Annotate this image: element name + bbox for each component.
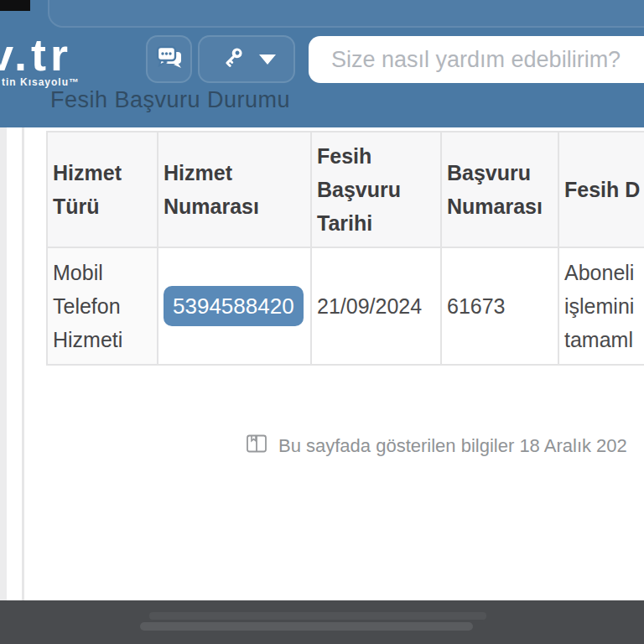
col-header-fesih-durumu: Fesih D	[558, 132, 644, 247]
cell-basvuru-numarasi: 61673	[441, 247, 558, 365]
top-left-notch	[0, 0, 30, 11]
cell-hizmet-turu: Mobil Telefon Hizmeti	[47, 247, 158, 365]
cell-fesih-basvuru-tarihi: 21/09/2024	[311, 247, 441, 365]
faded-overlay-panel	[48, 0, 644, 28]
col-header-hizmet-turu: Hizmet Türü	[47, 132, 158, 247]
col-header-hizmet-numarasi: Hizmet Numarası	[158, 132, 311, 247]
page-info-note: Bu sayfada gösterilen bilgiler 18 Aralık…	[245, 432, 627, 460]
page-title: Fesih Başvuru Durumu	[50, 87, 290, 113]
logo-text: v.tr	[0, 34, 80, 75]
login-key-button[interactable]	[198, 35, 295, 83]
cell-hizmet-numarasi: 5394588420	[158, 247, 311, 365]
logo-tagline: tin Kısayolu™	[2, 76, 80, 88]
table-header-row: Hizmet Türü Hizmet Numarası Fesih Başvur…	[47, 132, 644, 247]
table-row: Mobil Telefon Hizmeti 5394588420 21/09/2…	[47, 247, 644, 365]
key-icon	[218, 44, 247, 75]
open-book-icon	[245, 432, 268, 460]
cell-fesih-durumu: Aboneli işlemini tamaml	[558, 247, 644, 365]
chat-button[interactable]	[146, 35, 192, 83]
app-header: v.tr tin Kısayolu™	[0, 0, 644, 127]
bottom-bar	[0, 600, 644, 644]
scrollbar-handle[interactable]	[140, 622, 473, 631]
termination-status-table: Hizmet Türü Hizmet Numarası Fesih Başvur…	[46, 131, 644, 366]
page-content: Hizmet Türü Hizmet Numarası Fesih Başvur…	[0, 127, 644, 600]
chevron-down-icon	[259, 55, 276, 65]
gov-tr-logo[interactable]: v.tr tin Kısayolu™	[0, 34, 80, 88]
search-input[interactable]	[309, 36, 644, 83]
scrollbar-glow	[149, 612, 486, 620]
col-header-basvuru-numarasi: Başvuru Numarası	[441, 132, 558, 247]
page-info-text: Bu sayfada gösterilen bilgiler 18 Aralık…	[278, 435, 627, 457]
col-header-fesih-basvuru-tarihi: Fesih Başvuru Tarihi	[311, 132, 441, 247]
left-divider	[22, 127, 24, 600]
chat-bubbles-icon	[156, 45, 183, 74]
service-number-badge: 5394588420	[164, 286, 304, 326]
